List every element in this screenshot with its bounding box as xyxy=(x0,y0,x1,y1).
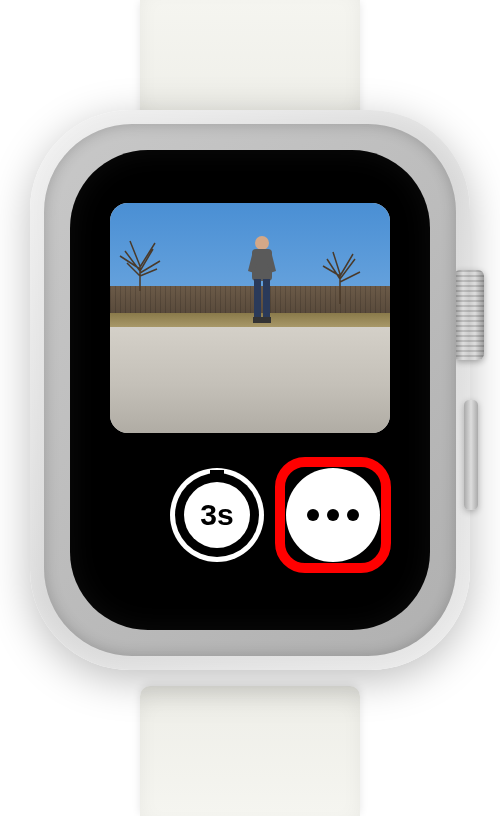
svg-rect-2 xyxy=(254,279,261,319)
viewfinder-tree-left xyxy=(115,231,165,291)
timer-label: 3s xyxy=(200,498,233,532)
svg-rect-3 xyxy=(263,279,270,319)
watch-bezel: 3s xyxy=(44,124,456,656)
watch-screen: 3s xyxy=(70,150,430,630)
digital-crown[interactable] xyxy=(454,270,484,360)
camera-controls: 3s xyxy=(70,460,430,570)
svg-rect-5 xyxy=(262,317,271,323)
svg-point-0 xyxy=(255,236,269,250)
watch-side-button[interactable] xyxy=(464,400,478,510)
camera-viewfinder[interactable] xyxy=(110,203,390,433)
watch-case: 3s xyxy=(30,110,470,670)
svg-rect-4 xyxy=(253,317,262,323)
shutter-timer-button[interactable]: 3s xyxy=(170,468,264,562)
watch-band-bottom xyxy=(140,686,360,816)
viewfinder-person xyxy=(244,233,280,327)
ellipsis-icon xyxy=(307,509,359,521)
more-options-button[interactable] xyxy=(286,468,380,562)
viewfinder-tree-right xyxy=(315,244,365,304)
